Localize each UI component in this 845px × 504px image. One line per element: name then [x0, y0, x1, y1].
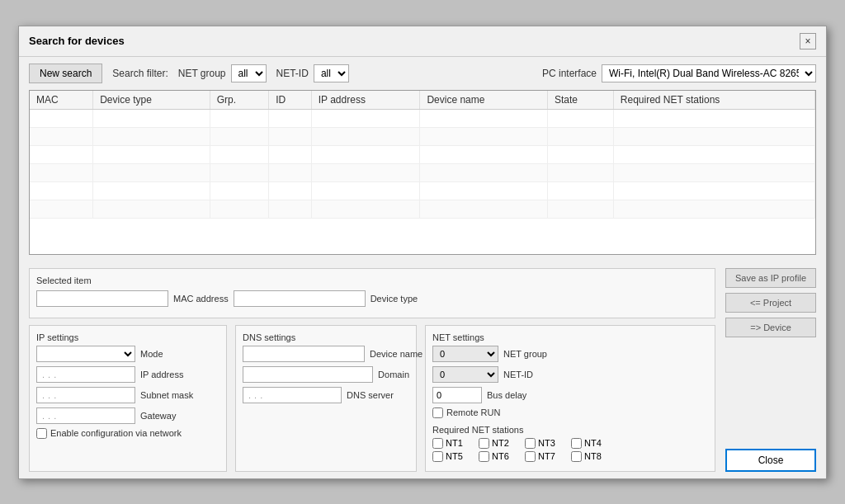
enable-config-checkbox[interactable]	[36, 428, 47, 439]
device-type-input[interactable]	[234, 290, 366, 307]
nt8-checkbox[interactable]	[571, 451, 582, 462]
col-grp: Grp.	[210, 91, 269, 110]
dns-dot1: .	[248, 390, 251, 400]
nt6-checkbox[interactable]	[479, 451, 489, 462]
subnet-mask-row: . . . Subnet mask	[36, 387, 220, 403]
col-state: State	[547, 91, 613, 110]
nt2-checkbox[interactable]	[479, 438, 489, 449]
gateway-row: . . . Gateway	[36, 407, 220, 424]
gateway-dot1: .	[42, 411, 45, 421]
mac-address-row: MAC address Device type	[36, 290, 708, 307]
settings-row: IP settings Mode . . . IP address	[29, 325, 715, 472]
net-group-row: 0 NET group	[432, 346, 708, 362]
title-bar: Search for devices ×	[19, 26, 826, 57]
nt4-item: NT4	[571, 438, 611, 449]
nt2-label: NT2	[492, 438, 509, 448]
table-row	[30, 109, 815, 127]
nt8-label: NT8	[584, 451, 602, 461]
subnet-dot1: .	[42, 390, 45, 400]
ip-dot3: .	[54, 370, 56, 379]
mac-address-input[interactable]	[36, 290, 168, 307]
device-name-input[interactable]	[243, 346, 365, 362]
ip-address-label: IP address	[140, 370, 183, 379]
dns-settings-label: DNS settings	[243, 332, 409, 342]
net-id-filter: NET-ID all	[276, 64, 349, 82]
net-group-net-label: NET group	[503, 349, 547, 359]
net-group-label: NET group	[178, 68, 226, 79]
new-search-button[interactable]: New search	[29, 64, 102, 83]
nt1-item: NT1	[432, 438, 472, 449]
required-net-stations-label: Required NET stations	[432, 425, 708, 435]
bottom-area: Selected item MAC address Device type IP…	[19, 261, 826, 478]
gateway-dot3: .	[54, 411, 56, 421]
enable-config-row: Enable configuration via network	[36, 428, 220, 439]
nt8-item: NT8	[571, 451, 611, 462]
domain-row: Domain	[243, 366, 409, 383]
ip-settings-box: IP settings Mode . . . IP address	[29, 325, 227, 472]
bus-delay-input[interactable]	[432, 387, 482, 403]
save-ip-profile-button[interactable]: Save as IP profile	[725, 268, 816, 288]
nt5-checkbox[interactable]	[432, 451, 443, 462]
net-id-label: NET-ID	[276, 68, 309, 79]
selected-item-box: Selected item MAC address Device type	[29, 268, 715, 318]
title-close-button[interactable]: ×	[800, 33, 816, 49]
dns-dot2: .	[254, 390, 257, 400]
mode-select[interactable]	[36, 346, 135, 362]
nt3-item: NT3	[525, 438, 564, 449]
dialog-title: Search for devices	[29, 35, 125, 47]
dns-server-row: . . . DNS server	[243, 387, 409, 403]
gateway-dot2: .	[48, 411, 50, 421]
devices-table: MAC Device type Grp. ID IP address Devic…	[30, 91, 815, 219]
gateway-label: Gateway	[140, 411, 176, 421]
ip-dot2: .	[48, 370, 50, 379]
nt3-checkbox[interactable]	[525, 438, 536, 449]
subnet-mask-label: Subnet mask	[140, 390, 193, 400]
nt6-item: NT6	[479, 451, 518, 462]
nt5-item: NT5	[432, 451, 472, 462]
device-button[interactable]: => Device	[725, 318, 816, 337]
nt3-label: NT3	[538, 438, 555, 448]
net-settings-label: NET settings	[432, 332, 708, 342]
subnet-dot2: .	[48, 390, 50, 400]
mac-address-label: MAC address	[173, 294, 229, 304]
net-id-select[interactable]: all	[314, 64, 349, 82]
net-id-net-select[interactable]: 0	[432, 366, 498, 383]
ip-dot1: .	[42, 370, 45, 379]
nt7-item: NT7	[525, 451, 564, 462]
mode-row: Mode	[36, 346, 220, 362]
nt5-label: NT5	[446, 451, 463, 461]
required-net-stations: Required NET stations NT1 NT2 NT3 NT4 NT…	[432, 425, 708, 462]
col-required-net-stations: Required NET stations	[613, 91, 814, 110]
nt-row2: NT5 NT6 NT7 NT8	[432, 451, 708, 462]
device-type-label: Device type	[371, 294, 418, 304]
nt-row1: NT1 NT2 NT3 NT4	[432, 438, 708, 449]
table-row	[30, 163, 815, 181]
nt4-label: NT4	[584, 438, 602, 448]
bus-delay-row: Bus delay	[432, 387, 708, 403]
ip-address-row: . . . IP address	[36, 366, 220, 383]
nt1-checkbox[interactable]	[432, 438, 443, 449]
remote-run-label: Remote RUN	[446, 407, 500, 417]
pc-interface-select[interactable]: Wi-Fi, Intel(R) Dual Band Wireless-AC 82…	[602, 64, 816, 82]
search-filter-label: Search filter:	[112, 68, 168, 79]
nt4-checkbox[interactable]	[571, 438, 582, 449]
table-row	[30, 200, 815, 218]
nt7-checkbox[interactable]	[525, 451, 536, 462]
close-button[interactable]: Close	[725, 449, 816, 472]
action-buttons: Save as IP profile <= Project => Device …	[725, 268, 816, 472]
subnet-dot3: .	[54, 390, 56, 400]
net-id-net-label: NET-ID	[503, 370, 533, 379]
remote-run-checkbox[interactable]	[432, 407, 443, 418]
domain-input[interactable]	[243, 366, 373, 383]
dns-dot3: .	[260, 390, 262, 400]
pc-interface-label: PC interface	[542, 68, 597, 79]
project-button[interactable]: <= Project	[725, 293, 816, 313]
domain-label: Domain	[378, 370, 409, 379]
selected-item-label: Selected item	[36, 276, 708, 285]
nt7-label: NT7	[538, 451, 555, 461]
net-group-select[interactable]: all	[231, 64, 267, 82]
nt6-label: NT6	[492, 451, 509, 461]
mode-label: Mode	[140, 349, 163, 359]
net-group-net-select[interactable]: 0	[432, 346, 498, 362]
nt2-item: NT2	[479, 438, 518, 449]
